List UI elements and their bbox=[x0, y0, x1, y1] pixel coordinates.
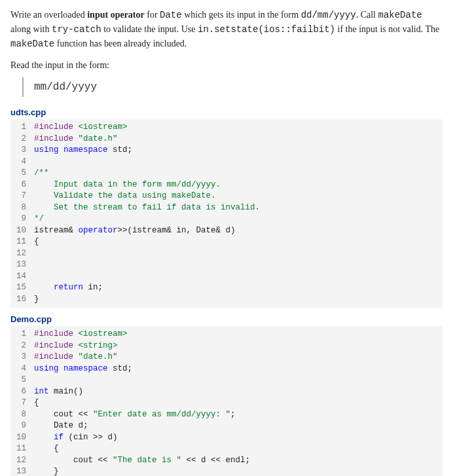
text: . Call bbox=[356, 10, 378, 20]
text: for bbox=[145, 10, 160, 20]
code-content bbox=[34, 259, 443, 271]
code-content bbox=[34, 156, 443, 168]
code-inline: in.setstate(ios::failbit) bbox=[198, 24, 335, 35]
code-line[interactable]: 16} bbox=[10, 294, 443, 306]
code-line[interactable]: 10istream& operator>>(istream& in, Date&… bbox=[10, 225, 443, 237]
code-line: 7{ bbox=[10, 397, 443, 409]
code-content bbox=[34, 248, 443, 260]
text: to validate the input. Use bbox=[101, 24, 198, 34]
code-line[interactable]: 13 bbox=[10, 259, 443, 271]
text: along with bbox=[10, 24, 52, 34]
code-content: #include <iostream> bbox=[34, 122, 443, 134]
text: which gets its input in the form bbox=[182, 10, 301, 20]
code-line[interactable]: 9*/ bbox=[10, 213, 443, 225]
line-number: 11 bbox=[10, 236, 34, 248]
code-content: cout << "Enter date as mm/dd/yyyy: "; bbox=[34, 409, 443, 421]
line-number: 7 bbox=[10, 191, 34, 202]
code-content: */ bbox=[34, 213, 443, 225]
code-line: 12 cout << "The date is " << d << endl; bbox=[10, 455, 443, 467]
problem-statement: Write an overloaded input operator for D… bbox=[10, 8, 443, 51]
code-content: Set the stream to fail if data is invali… bbox=[34, 202, 443, 214]
code-content: Validate the data using makeDate. bbox=[34, 191, 443, 202]
code-content: Input data in the form mm/dd/yyyy. bbox=[34, 179, 443, 191]
code-line: 11 { bbox=[10, 443, 443, 455]
line-number: 1 bbox=[10, 329, 34, 340]
filename-demo: Demo.cpp bbox=[10, 314, 443, 324]
code-inline: makeDate bbox=[10, 39, 54, 49]
code-inline: dd/mm/yyyy bbox=[301, 10, 356, 20]
sub-instruction: Read the input in the form: bbox=[10, 60, 443, 71]
code-line[interactable]: 3using namespace std; bbox=[10, 145, 443, 156]
code-content: { bbox=[34, 236, 443, 248]
line-number: 12 bbox=[10, 455, 34, 467]
line-number: 2 bbox=[10, 340, 34, 352]
line-number: 1 bbox=[10, 122, 34, 134]
line-number: 15 bbox=[10, 282, 34, 294]
code-line: 6int main() bbox=[10, 386, 443, 398]
line-number: 8 bbox=[10, 202, 34, 214]
code-line[interactable]: 6 Input data in the form mm/dd/yyyy. bbox=[10, 179, 443, 191]
code-line: 8 cout << "Enter date as mm/dd/yyyy: "; bbox=[10, 409, 443, 421]
line-number: 10 bbox=[10, 225, 34, 237]
line-number: 3 bbox=[10, 145, 34, 156]
code-block-udts[interactable]: 1#include <iostream>2#include "date.h"3u… bbox=[10, 119, 443, 308]
code-content: if (cin >> d) bbox=[34, 432, 443, 444]
filename-udts: udts.cpp bbox=[10, 107, 443, 117]
code-content: using namespace std; bbox=[34, 145, 443, 156]
code-line: 13 } bbox=[10, 466, 443, 476]
line-number: 4 bbox=[10, 156, 34, 168]
line-number: 9 bbox=[10, 420, 34, 432]
code-content: #include "date.h" bbox=[34, 352, 443, 363]
line-number: 16 bbox=[10, 294, 34, 306]
line-number: 13 bbox=[10, 466, 34, 476]
code-line[interactable]: 8 Set the stream to fail if data is inva… bbox=[10, 202, 443, 214]
code-inline: try-catch bbox=[52, 24, 101, 35]
code-line: 3#include "date.h" bbox=[10, 352, 443, 363]
code-content: #include <iostream> bbox=[34, 329, 443, 340]
code-line[interactable]: 11{ bbox=[10, 236, 443, 248]
code-content bbox=[34, 271, 443, 283]
text: if the input is not valid. The bbox=[335, 24, 439, 34]
code-line[interactable]: 7 Validate the data using makeDate. bbox=[10, 191, 443, 202]
code-content: #include <string> bbox=[34, 340, 443, 352]
code-content: Date d; bbox=[34, 420, 443, 432]
code-line[interactable]: 15 return in; bbox=[10, 282, 443, 294]
code-line: 2#include <string> bbox=[10, 340, 443, 352]
code-content: } bbox=[34, 294, 443, 306]
code-content: istream& operator>>(istream& in, Date& d… bbox=[34, 225, 443, 237]
code-line: 4using namespace std; bbox=[10, 363, 443, 375]
code-content: { bbox=[34, 443, 443, 455]
line-number: 10 bbox=[10, 432, 34, 444]
code-line[interactable]: 1#include <iostream> bbox=[10, 122, 443, 134]
code-content bbox=[34, 375, 443, 386]
line-number: 9 bbox=[10, 213, 34, 225]
line-number: 8 bbox=[10, 409, 34, 421]
code-line: 9 Date d; bbox=[10, 420, 443, 432]
code-line[interactable]: 12 bbox=[10, 248, 443, 260]
code-line[interactable]: 14 bbox=[10, 271, 443, 283]
text: Write an overloaded bbox=[10, 10, 87, 20]
input-format-hint: mm/dd/yyyy bbox=[22, 77, 443, 97]
code-line[interactable]: 4 bbox=[10, 156, 443, 168]
code-line[interactable]: 2#include "date.h" bbox=[10, 134, 443, 145]
code-content: using namespace std; bbox=[34, 363, 443, 375]
line-number: 12 bbox=[10, 248, 34, 260]
code-line: 1#include <iostream> bbox=[10, 329, 443, 340]
code-line[interactable]: 5/** bbox=[10, 168, 443, 179]
code-inline: makeDate bbox=[378, 10, 422, 20]
code-content: int main() bbox=[34, 386, 443, 398]
text: function has been already included. bbox=[54, 39, 187, 48]
code-line: 5 bbox=[10, 375, 443, 386]
code-content: /** bbox=[34, 168, 443, 179]
code-content: #include "date.h" bbox=[34, 134, 443, 145]
line-number: 6 bbox=[10, 386, 34, 398]
line-number: 5 bbox=[10, 168, 34, 179]
line-number: 11 bbox=[10, 443, 34, 455]
line-number: 4 bbox=[10, 363, 34, 375]
line-number: 2 bbox=[10, 134, 34, 145]
code-inline: Date bbox=[160, 10, 182, 20]
code-content: return in; bbox=[34, 282, 443, 294]
bold-text: input operator bbox=[87, 10, 145, 20]
line-number: 14 bbox=[10, 271, 34, 283]
line-number: 7 bbox=[10, 397, 34, 409]
